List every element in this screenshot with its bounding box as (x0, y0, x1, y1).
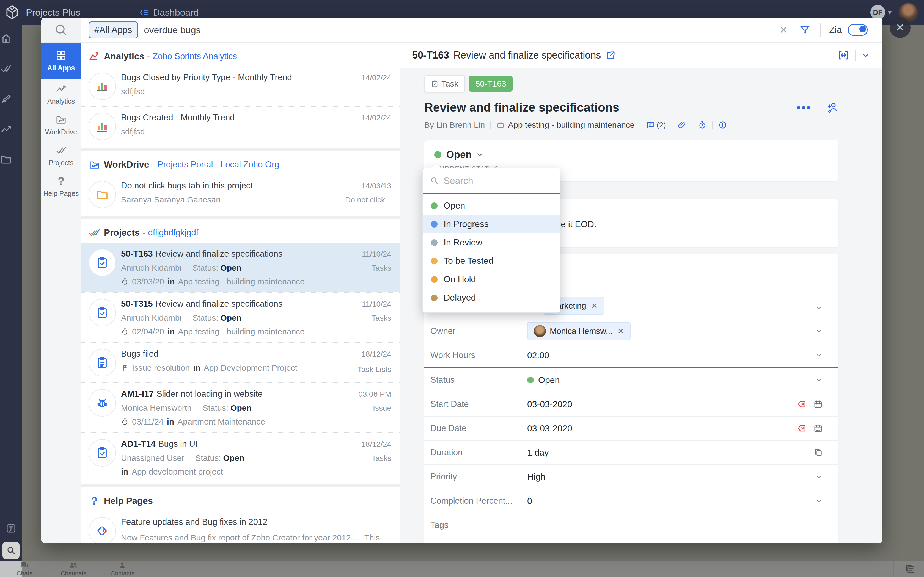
entity-type-label: Task (441, 79, 459, 89)
search-results-list: Analytics-Zoho Sprints AnalyticsBugs Clo… (81, 43, 400, 543)
result-row[interactable]: Bugs filed18/12/24Issue resolutioninApp … (81, 342, 400, 382)
result-row[interactable]: Do not click bugs tab in this project14/… (81, 175, 400, 214)
section-header: Projects-dfljgbdfgkjgdf (81, 219, 400, 243)
field-row-priority[interactable]: PriorityHigh (424, 465, 838, 489)
field-row-owner[interactable]: OwnerMonica Hemsw...✕ (424, 319, 838, 343)
zia-toggle[interactable] (848, 24, 867, 36)
result-title: Bugs Created - Monthly Trend (121, 113, 356, 122)
status-option-delayed[interactable]: Delayed (423, 288, 560, 307)
section-link[interactable]: Zoho Sprints Analytics (153, 52, 237, 61)
chevron-icon[interactable] (815, 351, 823, 359)
info-icon[interactable] (718, 121, 727, 129)
owner-chip[interactable]: Monica Hemsw...✕ (527, 322, 631, 340)
checks3-icon (89, 227, 100, 239)
status-trigger[interactable]: Open (434, 149, 838, 160)
section-link[interactable]: dfljgbdfgkjgdf (148, 228, 199, 238)
double-check-icon[interactable] (0, 63, 12, 75)
result-timer-line: 02/04/20inApp testing - building mainten… (121, 327, 391, 336)
sidebar-item-projects[interactable]: Projects (41, 140, 81, 171)
chevron-icon[interactable] (815, 497, 823, 505)
sidebar-item-all-apps[interactable]: All Apps (41, 43, 81, 79)
field-row-status[interactable]: StatusOpen (424, 368, 838, 392)
project-name[interactable]: App testing - building maintenance (508, 120, 635, 130)
expand-panel-icon[interactable] (837, 50, 850, 61)
collapse-detail-chevron-icon[interactable] (861, 50, 871, 60)
result-row[interactable]: Feature updates and Bug fixes in 2012New… (81, 511, 400, 543)
status-option-in-progress[interactable]: In Progress (423, 215, 560, 233)
sidebar-item-help-pages[interactable]: ?Help Pages (41, 171, 81, 201)
result-row[interactable]: 50-T163Review and finalize specification… (81, 243, 400, 292)
copy-duration-icon[interactable] (813, 448, 823, 457)
field-row-completion-percent-[interactable]: Completion Percent...0 (424, 489, 838, 513)
home-icon[interactable] (0, 32, 12, 45)
status-option-on-hold[interactable]: On Hold (423, 270, 560, 288)
calendar-icon[interactable] (813, 400, 823, 409)
field-row-reminder[interactable]: ReminderNone (424, 537, 838, 543)
field-label: Owner (430, 326, 527, 336)
result-title: AD1-T14Bugs in UI (121, 439, 356, 449)
field-value-text: 03-03-2020 (527, 399, 572, 409)
status-option-to-be-tested[interactable]: To be Tested (423, 252, 560, 270)
field-row-due-date[interactable]: Due Date03-03-2020 (424, 417, 838, 441)
result-row[interactable]: AM1-I17Slider not loading in website03:0… (81, 382, 400, 432)
sidebar-item-analytics[interactable]: Analytics (41, 79, 81, 110)
comments-icon[interactable] (646, 121, 655, 129)
avatar-caret-icon[interactable]: ▾ (888, 8, 892, 17)
timer-project: Apartment Maintenance (178, 417, 265, 426)
add-follower-icon[interactable] (826, 102, 838, 113)
field-row-duration[interactable]: Duration1 day (424, 441, 838, 465)
search-input[interactable]: overdue bugs (144, 25, 779, 35)
result-title: Do not click bugs tab in this project (121, 181, 356, 191)
clear-search-icon[interactable]: ✕ (779, 25, 788, 35)
field-label-text: Start Date (430, 399, 469, 409)
open-in-new-icon[interactable] (606, 50, 616, 60)
filter-funnel-icon[interactable] (800, 24, 811, 35)
result-row[interactable]: Bugs Closed by Priority Type - Monthly T… (81, 66, 400, 106)
chevron-icon[interactable] (815, 473, 823, 480)
task-clipboard-icon (431, 80, 439, 88)
more-actions-icon[interactable]: ••• (797, 105, 811, 110)
result-status-value: Open (221, 313, 242, 322)
tab-dashboard[interactable]: Dashboard (153, 7, 199, 18)
rail-search-button[interactable] (2, 542, 19, 559)
field-value: 03-03-2020 (527, 399, 790, 409)
folder-icon[interactable] (0, 153, 12, 165)
remove-owner-icon[interactable]: ✕ (617, 327, 624, 336)
search-scope-chip[interactable]: #All Apps (89, 21, 138, 39)
attachment-icon[interactable] (678, 121, 687, 129)
question-icon: ? (55, 175, 67, 187)
section-link[interactable]: Projects Portal - Local Zoho Org (158, 160, 279, 169)
result-row[interactable]: 50-T315Review and finalize specification… (81, 292, 400, 342)
owner-chip-name: Monica Hemsw... (550, 326, 612, 336)
field-row-start-date[interactable]: Start Date03-03-2020 (424, 392, 838, 417)
dropdown-search-row[interactable]: Search (423, 168, 560, 194)
timer-date: 03/03/20 (132, 277, 164, 286)
result-main: AM1-I17Slider not loading in website03:0… (121, 389, 391, 426)
field-label-text: Duration (430, 448, 462, 458)
chart-line-icon[interactable] (0, 123, 12, 135)
result-row[interactable]: AD1-T14Bugs in UI18/12/24Unassigned User… (81, 432, 400, 482)
section-header: ?Help Pages (81, 487, 400, 511)
timer-icon[interactable] (698, 121, 707, 129)
chevron-icon[interactable] (815, 327, 823, 335)
status-option-dot (431, 276, 438, 283)
field-row-work-hours[interactable]: Work Hours02:00 (424, 343, 838, 368)
status-option-open[interactable]: Open (423, 197, 560, 215)
remove-tag-icon[interactable]: ✕ (591, 301, 598, 311)
sidebar-item-workdrive[interactable]: WorkDrive (41, 110, 81, 140)
backspace-clear-icon[interactable] (797, 400, 806, 409)
stopwatch-icon (121, 278, 129, 285)
calendar-icon[interactable] (813, 424, 823, 433)
chevron-icon[interactable] (815, 304, 823, 311)
result-row[interactable]: Bugs Created - Monthly Trend14/02/24sdfj… (81, 106, 400, 146)
status-option-in-review[interactable]: In Review (423, 233, 560, 252)
result-date: 18/12/24 (361, 350, 391, 359)
field-row-tags[interactable]: Tags (424, 513, 838, 537)
close-search-button[interactable]: ✕ (890, 17, 911, 38)
field-status-dot (527, 377, 534, 383)
backspace-clear-icon[interactable] (797, 424, 806, 433)
chevron-icon[interactable] (815, 376, 823, 384)
pen-icon[interactable] (0, 93, 12, 105)
translate-icon[interactable] (5, 522, 17, 534)
collapse-panel-icon[interactable] (138, 7, 149, 18)
